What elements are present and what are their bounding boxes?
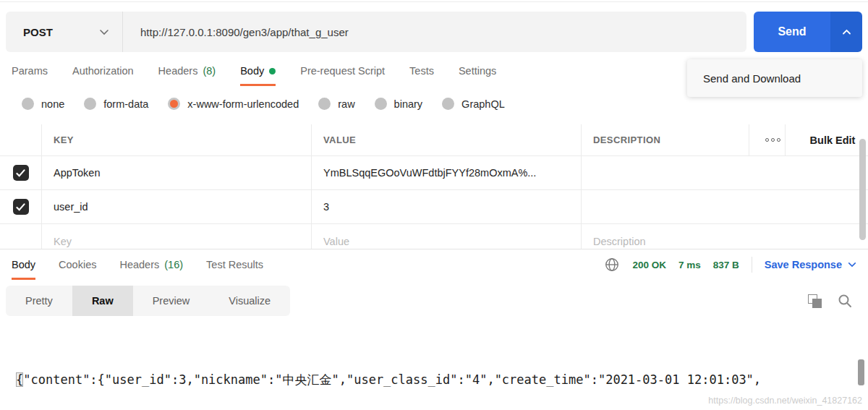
key-cell-placeholder[interactable]: Key — [41, 224, 311, 249]
tab-count-badge: (16) — [164, 259, 183, 270]
radio-icon[interactable] — [318, 98, 331, 110]
status-badge: 200 OK — [632, 260, 666, 270]
response-scrollbar[interactable] — [858, 359, 864, 385]
send-button-label[interactable]: Send — [754, 12, 830, 52]
response-view-bar: Pretty Raw Preview Visualize — [6, 286, 862, 316]
body-mode-row: none form-data x-www-form-urlencoded raw… — [0, 98, 868, 110]
response-view-tabs: Pretty Raw Preview Visualize — [6, 286, 290, 316]
table-row-placeholder: Key Value Description — [0, 224, 868, 249]
tab-params[interactable]: Params — [12, 65, 48, 86]
response-time: 7 ms — [678, 260, 701, 270]
mode-none[interactable]: none — [22, 98, 64, 110]
tab-label: Authorization — [72, 65, 134, 77]
mode-label: none — [41, 98, 64, 110]
send-button[interactable]: Send — [754, 12, 862, 52]
value-cell[interactable]: 3 — [311, 190, 581, 223]
tab-label: Headers — [158, 65, 198, 77]
kv-table-header: KEY VALUE DESCRIPTION Bulk Edit — [0, 124, 868, 156]
table-row: user_id 3 — [0, 190, 868, 224]
row-checkbox-cell — [0, 156, 41, 189]
header-description: DESCRIPTION — [581, 124, 749, 156]
matched-brace: { — [16, 372, 23, 387]
table-row: AppToken YmBLSqqEGOoVuWFdtbjFYYf28mOxmA%… — [0, 156, 868, 190]
tab-label: Cookies — [59, 259, 96, 270]
method-label: POST — [23, 26, 53, 38]
save-response-button[interactable]: Save Response — [765, 259, 856, 270]
view-tab-visualize[interactable]: Visualize — [209, 286, 290, 316]
mode-label: binary — [394, 98, 423, 110]
response-tab-cookies[interactable]: Cookies — [59, 249, 96, 280]
key-cell[interactable]: user_id — [41, 190, 311, 223]
key-cell[interactable]: AppToken — [41, 156, 311, 189]
description-cell[interactable] — [581, 156, 868, 189]
urlencoded-kv-table: KEY VALUE DESCRIPTION Bulk Edit AppToken… — [0, 124, 868, 249]
save-response-label: Save Response — [765, 259, 842, 270]
tab-count-badge: (8) — [203, 65, 216, 77]
value-cell[interactable]: YmBLSqqEGOoVuWFdtbjFYYf28mOxmA%... — [311, 156, 581, 189]
radio-icon[interactable] — [375, 98, 387, 110]
mode-label: raw — [338, 98, 354, 110]
response-tab-headers[interactable]: Headers(16) — [119, 249, 183, 280]
tab-label: Body — [12, 259, 35, 270]
mode-label: form-data — [103, 98, 148, 110]
row-checkbox-cell — [0, 224, 41, 249]
view-tab-raw[interactable]: Raw — [72, 286, 133, 316]
copy-button[interactable] — [808, 294, 822, 308]
radio-selected-icon[interactable] — [168, 98, 180, 110]
check-icon — [16, 169, 25, 177]
header-value: VALUE — [311, 124, 581, 156]
radio-icon[interactable] — [84, 98, 96, 110]
view-tab-preview[interactable]: Preview — [133, 286, 210, 316]
row-checkbox-cell — [0, 190, 41, 223]
description-cell[interactable] — [581, 190, 868, 223]
meta-divider — [752, 257, 752, 273]
value-cell-placeholder[interactable]: Value — [311, 224, 581, 249]
url-input[interactable]: http://127.0.0.1:8090/gen3/app/that_g_us… — [123, 12, 746, 52]
mode-raw[interactable]: raw — [318, 98, 354, 110]
search-button[interactable] — [838, 294, 852, 308]
method-select[interactable]: POST — [6, 12, 123, 52]
checkbox-checked[interactable] — [13, 199, 29, 215]
tab-body[interactable]: Body — [240, 65, 276, 86]
response-view-icons — [808, 294, 862, 308]
radio-icon[interactable] — [442, 98, 454, 110]
tab-headers[interactable]: Headers(8) — [158, 65, 216, 86]
tab-authorization[interactable]: Authorization — [72, 65, 134, 86]
green-dot-icon — [269, 68, 276, 74]
header-checkbox-column — [0, 124, 41, 156]
tab-label: Settings — [459, 65, 496, 77]
tab-label: Params — [12, 65, 48, 77]
response-tab-body[interactable]: Body — [12, 249, 35, 280]
check-icon — [16, 203, 25, 211]
address-group: POST http://127.0.0.1:8090/gen3/app/that… — [6, 12, 746, 52]
response-tab-test-results[interactable]: Test Results — [206, 249, 263, 280]
header-key: KEY — [41, 124, 311, 156]
chevron-down-icon — [99, 29, 109, 35]
tab-label: Headers — [119, 259, 159, 270]
send-options-toggle[interactable] — [830, 12, 862, 52]
description-cell-placeholder[interactable]: Description — [581, 224, 868, 249]
mode-label: x-www-form-urlencoded — [187, 98, 299, 110]
radio-icon[interactable] — [22, 98, 34, 110]
three-dots-icon — [771, 138, 775, 142]
mode-x-www-form-urlencoded[interactable]: x-www-form-urlencoded — [168, 98, 299, 110]
tab-tests[interactable]: Tests — [409, 65, 434, 86]
mode-label: GraphQL — [461, 98, 505, 110]
checkbox-checked[interactable] — [13, 165, 29, 181]
tab-settings[interactable]: Settings — [459, 65, 496, 86]
table-scrollbar[interactable] — [859, 139, 866, 240]
request-url-bar: POST http://127.0.0.1:8090/gen3/app/that… — [0, 0, 868, 52]
tab-pre-request-script[interactable]: Pre-request Script — [300, 65, 385, 86]
view-tab-pretty[interactable]: Pretty — [6, 286, 72, 316]
three-dots-icon — [765, 138, 769, 142]
mode-form-data[interactable]: form-data — [84, 98, 148, 110]
mode-graphql[interactable]: GraphQL — [442, 98, 505, 110]
tab-label: Pre-request Script — [300, 65, 385, 77]
response-size: 837 B — [713, 260, 739, 270]
bulk-edit-button[interactable]: Bulk Edit — [785, 124, 868, 156]
copy-icon — [812, 299, 822, 308]
more-actions-button[interactable] — [749, 124, 785, 156]
send-menu-item-send-and-download[interactable]: Send and Download — [687, 59, 862, 97]
chevron-down-icon — [848, 262, 856, 268]
mode-binary[interactable]: binary — [375, 98, 423, 110]
